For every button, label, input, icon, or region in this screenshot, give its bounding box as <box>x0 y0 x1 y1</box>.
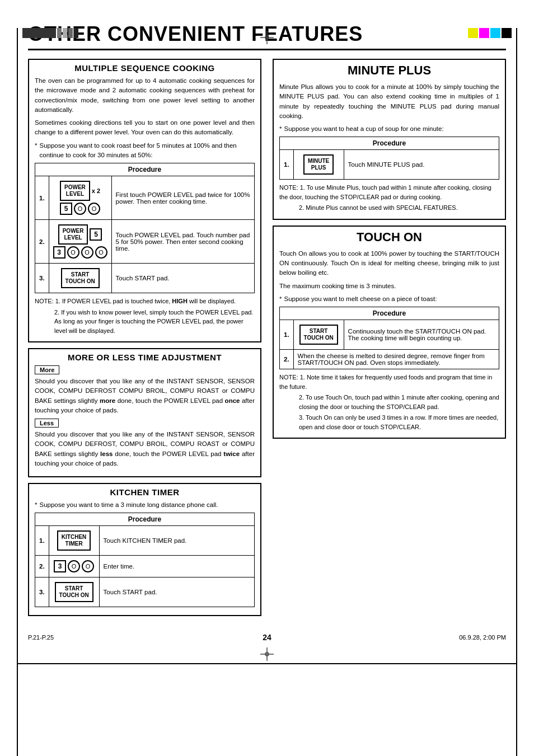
mp-step-pad-1: MINUTEPLUS <box>293 150 344 180</box>
kt-step-num-2: 2. <box>35 556 49 577</box>
bar-dark-2 <box>74 28 78 38</box>
num-5-pad-2: 5 <box>90 228 102 241</box>
power-level-pad-1: POWERLEVEL <box>60 181 90 201</box>
table-row: 1. KITCHENTIMER Touch KITCHEN TIMER pad. <box>35 526 255 556</box>
table-row: 2. When the cheese is melted to desired … <box>280 350 499 369</box>
to-step-pad-1: STARTTOUCH ON <box>293 320 344 350</box>
to-step-num-1: 1. <box>280 320 294 350</box>
num-5-pad: 5 <box>60 203 72 215</box>
step-num-2: 2. <box>35 220 49 264</box>
to-step-desc-1: Continuously touch the START/TOUCH ON pa… <box>344 320 499 350</box>
kt-step-pad-3: STARTTOUCH ON <box>49 577 99 607</box>
circle-pad-4: O <box>81 246 93 259</box>
kt-step-desc-1: Touch KITCHEN TIMER pad. <box>99 526 254 556</box>
start-touch-on-pad-to: STARTTOUCH ON <box>299 325 338 345</box>
circle-pad-1: O <box>74 203 86 215</box>
kt-pad-row-3: STARTTOUCH ON <box>53 582 95 602</box>
minute-plus-procedure-table: Procedure 1. MINUTEPLUS Touch MINUTE PLU… <box>279 137 499 180</box>
procedure-header-msc: Procedure <box>35 163 255 176</box>
step-desc-3: Touch START pad. <box>111 264 254 293</box>
touch-on-asterisk: * Suppose you want to melt cheese on a p… <box>279 294 499 304</box>
top-crosshair <box>260 31 274 46</box>
multiple-sequence-body1: The oven can be programmed for up to 4 a… <box>35 76 255 115</box>
less-label: Less <box>35 419 59 428</box>
section-touch-on: TOUCH ON Touch On allows you to cook at … <box>273 226 506 439</box>
to-step-desc-2: When the cheese is melted to desired deg… <box>293 350 499 369</box>
step-desc-2: Touch POWER LEVEL pad. Touch number pad … <box>111 220 254 264</box>
border-right <box>516 28 517 756</box>
msc-notes: NOTE: 1. If POWER LEVEL pad is touched t… <box>35 297 255 335</box>
asterisk-symbol-kt: * <box>35 500 37 510</box>
step-pad-1: POWERLEVEL x 2 5 O O <box>49 176 111 220</box>
step-num-3: 3. <box>35 264 49 293</box>
section-kitchen-timer: KITCHEN TIMER * Suppose you want to time… <box>28 483 261 616</box>
to-pad-row-1: STARTTOUCH ON <box>298 325 340 345</box>
bar-black-r <box>502 28 512 38</box>
bar-dark-1 <box>22 28 56 38</box>
minute-plus-asterisk: * Suppose you want to heat a cup of soup… <box>279 124 499 134</box>
pad-row-1b: 5 O O <box>53 203 107 215</box>
multiple-sequence-title: MULTIPLE SEQUENCE COOKING <box>35 63 255 73</box>
kitchen-timer-title: KITCHEN TIMER <box>35 487 255 497</box>
kt-pad-row-2: 3 O O <box>53 560 95 572</box>
mp-note1: NOTE: 1. To use Minute Plus, touch pad w… <box>279 183 499 201</box>
kt-circle-2: O <box>82 560 94 572</box>
mp-notes: NOTE: 1. To use Minute Plus, touch pad w… <box>279 183 499 213</box>
circle-pad-3: O <box>67 246 79 259</box>
table-row: 3. STARTTOUCH ON Touch START pad. <box>35 577 255 607</box>
minute-plus-body: Minute Plus allows you to cook for a min… <box>279 82 499 121</box>
bar-light-1 <box>63 28 67 38</box>
bar-cyan <box>490 28 500 38</box>
top-bar-left <box>22 28 79 38</box>
to-note1: NOTE: 1. Note time it takes for frequent… <box>279 373 499 391</box>
main-content: MULTIPLE SEQUENCE COOKING The oven can b… <box>28 59 506 622</box>
touch-on-procedure-table: Procedure 1. STARTTOUCH ON Continuously … <box>279 307 499 369</box>
asterisk-symbol-mp: * <box>279 124 282 134</box>
border-left <box>17 28 18 756</box>
touch-on-body2: The maximum cooking time is 3 minutes. <box>279 281 499 291</box>
footer-right-text: 06.9.28, 2:00 PM <box>346 634 506 641</box>
to-note3: 3. Touch On can only be used 3 times in … <box>299 413 499 431</box>
step-desc-1: First touch POWER LEVEL pad twice for 10… <box>111 176 254 220</box>
kt-circle-1: O <box>68 560 80 572</box>
circle-pad-2: O <box>88 203 100 215</box>
x2-label: x 2 <box>92 187 100 194</box>
circle-pad-5: O <box>95 246 107 259</box>
pad-row-3: STARTTOUCH ON <box>53 268 107 288</box>
step-num-1: 1. <box>35 176 49 220</box>
page-footer: P.21-P.25 24 06.9.28, 2:00 PM <box>28 633 506 642</box>
minute-plus-title: MINUTE PLUS <box>279 63 499 78</box>
step-pad-2: POWERLEVEL 5 3 O O O <box>49 220 111 264</box>
bar-yellow <box>468 28 478 38</box>
col-right: MINUTE PLUS Minute Plus allows you to co… <box>273 59 506 622</box>
more-text: Should you discover that you like any of… <box>35 377 255 415</box>
kt-step-pad-2: 3 O O <box>49 556 99 577</box>
table-row: 1. POWERLEVEL x 2 5 O O <box>35 176 255 220</box>
minute-plus-pad: MINUTEPLUS <box>303 154 334 175</box>
to-notes: NOTE: 1. Note time it takes for frequent… <box>279 373 499 431</box>
footer-left-text: P.21-P.25 <box>28 634 188 641</box>
touch-on-body1: Touch On allows you to cook at 100% powe… <box>279 249 499 278</box>
asterisk-symbol: * <box>35 141 37 161</box>
multiple-sequence-procedure-table: Procedure 1. POWERLEVEL x 2 <box>35 163 255 293</box>
multiple-sequence-asterisk: * Suppose you want to cook roast beef fo… <box>35 141 255 161</box>
msc-note2: 2. If you wish to know power level, simp… <box>54 308 255 336</box>
section-multiple-sequence: MULTIPLE SEQUENCE COOKING The oven can b… <box>28 59 261 342</box>
pad-row-2b: 3 O O O <box>53 246 107 259</box>
kt-num-3: 3 <box>54 560 66 572</box>
page: OTHER CONVENIENT FEATURES MULTIPLE SEQUE… <box>0 22 534 756</box>
power-level-pad-2: POWERLEVEL <box>58 224 88 245</box>
table-row: 3. STARTTOUCH ON Touch START pad. <box>35 264 255 293</box>
bar-magenta <box>479 28 489 38</box>
start-touch-on-pad-msc: STARTTOUCH ON <box>61 268 100 288</box>
step-pad-3: STARTTOUCH ON <box>49 264 111 293</box>
mp-step-num-1: 1. <box>280 150 294 180</box>
pad-row-2: POWERLEVEL 5 <box>53 224 107 245</box>
kt-step-num-1: 1. <box>35 526 49 556</box>
mp-note2: 2. Minute Plus cannot be used with SPECI… <box>299 203 499 213</box>
top-decorative-bar <box>0 28 534 38</box>
kitchen-timer-procedure-table: Procedure 1. KITCHENTIMER Touch KITCHEN … <box>35 513 255 607</box>
less-text: Should you discover that you like any of… <box>35 430 255 468</box>
mp-procedure-header: Procedure <box>280 137 499 150</box>
bar-mid-2 <box>68 28 73 38</box>
